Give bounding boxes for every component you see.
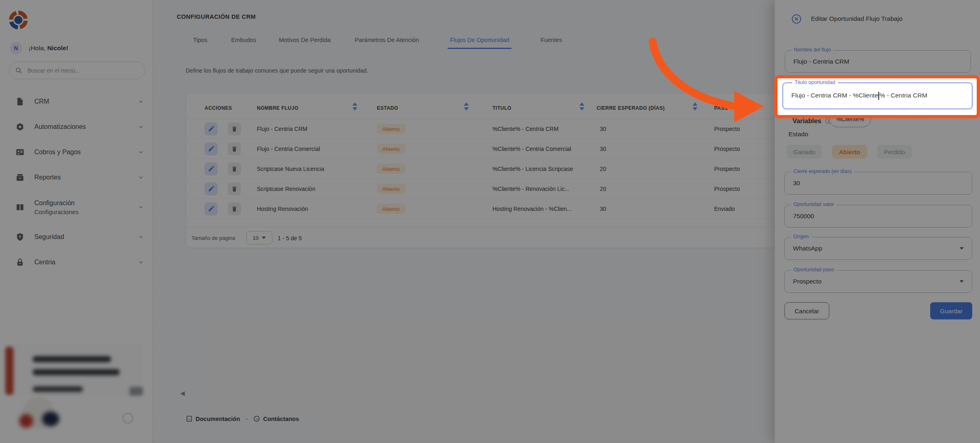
estado-options: Ganado Abierto Perdido [786,145,912,159]
tab-motivos-de-perdida[interactable]: Motivos De Perdida [279,37,331,49]
field-value: Flujo - Centria CRM [793,58,849,65]
table-row: Scriptcase Renovación Abierto %Cliente% … [186,179,782,199]
oportunidad-paso-select[interactable]: Oportunidad paso Prospecto [784,270,972,293]
automation-icon [16,122,24,131]
chevron-down-icon [138,124,144,130]
contact-link[interactable]: Contáctanos [253,415,299,422]
cancel-button[interactable]: Cancelar [784,302,829,319]
sidebar-item-reportes[interactable]: Reportes [0,165,153,190]
sidebar-item-crm[interactable]: CRM [0,89,153,114]
sort-icon[interactable] [464,102,469,111]
sidebar-item-label: Centria [34,259,56,266]
cell-cierre: 20 [600,186,606,192]
delete-row-button[interactable] [228,142,241,155]
field-label: Nombre del flujo [791,47,833,53]
sidebar-item-centria[interactable]: Centria [0,250,153,275]
column-header-nombre-flujo: NOMBRE FLUJO [257,105,298,111]
tab-flujos-de-oportunidad[interactable]: Flujos De Oportunidad [450,37,509,49]
edit-row-button[interactable] [205,142,218,155]
chevron-down-icon [960,247,964,250]
app-logo-dot [14,16,22,24]
sidebar-subitem-configuraciones[interactable]: Configuraciones [34,208,78,215]
field-label: Titulo oportunidad [792,80,838,85]
column-header-estado: ESTADO [377,105,398,111]
cell-nombre-flujo: Scriptcase Renovación [257,186,315,192]
save-button[interactable]: Guardar [930,302,972,319]
sort-icon[interactable] [693,102,697,111]
cierre-esperado-field[interactable]: Cierre esperado (en días) 30 [784,172,972,195]
app-window: N ¡Hola, Nicole! Buscar en el menú... CR… [0,0,980,443]
settings-icon [16,203,24,212]
documentation-link[interactable]: Documentación [186,415,240,422]
table-row: Hosting Renovación Abierto Hosting Renov… [186,199,782,219]
tab-parametros-de-atencion[interactable]: Parámetros De Atención [355,37,419,49]
chevron-down-icon [138,234,144,240]
tab-embudos[interactable]: Embudos [231,37,256,49]
sidebar-item-automatizaciones[interactable]: Automatizaciones [0,114,153,140]
sidebar-item-cobros-y-pagos[interactable]: Cobros y Pagos [0,140,153,165]
sidebar-item-label: Configuración [34,199,78,207]
pencil-icon [208,125,215,132]
documentation-icon [186,415,193,422]
promo-redacted-text [33,369,120,375]
chevron-down-icon [138,204,144,210]
field-label: Oportunidad valor [791,202,836,207]
edit-row-button[interactable] [205,162,218,175]
cell-cierre: 30 [600,146,606,152]
delete-row-button[interactable] [228,162,241,175]
user-greeting: N ¡Hola, Nicole! [10,42,68,54]
trash-icon [231,206,238,212]
chevron-down-icon [262,237,266,239]
sidebar: N ¡Hola, Nicole! Buscar en el menú... CR… [0,0,153,443]
cell-paso: Prospecto [714,186,740,192]
cell-titulo: %Cliente% - Centria CRM [492,126,559,132]
page-size-select[interactable]: 10 [246,231,272,244]
sort-icon[interactable] [579,102,584,111]
sort-icon[interactable] [352,102,357,111]
edit-row-button[interactable] [205,182,218,195]
tab-tipos[interactable]: Tipos [193,37,207,49]
estado-option-abierto[interactable]: Abierto [832,145,867,159]
sidebar-menu: CRM Automatizaciones Cobros y Pagos Repo… [0,89,153,275]
nombre-flujo-field[interactable]: Nombre del flujo Flujo - Centria CRM [785,50,971,73]
cell-nombre-flujo: Flujo - Centria Comercial [257,146,320,152]
estado-option-ganado[interactable]: Ganado [786,145,822,159]
oportunidad-valor-field[interactable]: Oportunidad valor 750000 [784,205,972,228]
table-header: ACCIONES NOMBRE FLUJO ESTADO TITULO CIER… [186,98,782,119]
field-value: Flujo - Centria CRM - %Cliente% - Centri… [791,92,927,100]
trash-icon [231,166,238,172]
titulo-oportunidad-field[interactable]: Titulo oportunidad Flujo - Centria CRM -… [782,82,973,109]
file-icon [16,97,24,106]
chevron-down-icon [138,174,144,181]
sidebar-help-icon[interactable] [122,413,133,423]
divider [186,218,782,219]
menu-search-input[interactable]: Buscar en el menú... [9,62,145,79]
trash-icon [231,146,238,152]
avatar: N [10,42,22,54]
column-header-titulo: TITULO [492,105,511,111]
estado-option-perdido[interactable]: Perdido [877,145,912,159]
promo-redacted-button [129,387,143,396]
edit-row-button[interactable] [205,202,218,215]
trash-icon [231,126,238,132]
field-value: WhatsApp [793,245,822,252]
origen-select[interactable]: Origen WhatsApp [784,237,972,260]
phone-icon [253,415,260,422]
chevron-down-icon [138,259,144,266]
cell-paso: Prospecto [714,146,740,152]
close-icon[interactable] [791,14,802,24]
sidebar-item-label: Cobros y Pagos [34,148,81,156]
collapse-sidebar-icon[interactable]: ◀ [180,390,185,397]
field-label: Cierre esperado (en días) [791,168,854,174]
greeting-name: Nicole! [47,44,69,51]
tab-fuentes[interactable]: Fuentes [541,37,562,49]
pencil-icon [208,205,215,212]
footer-separator: - [246,416,248,422]
delete-row-button[interactable] [228,202,241,215]
delete-row-button[interactable] [228,122,241,135]
delete-row-button[interactable] [228,182,241,195]
sidebar-item-seguridad[interactable]: Seguridad [0,224,153,250]
edit-row-button[interactable] [205,122,218,135]
cell-nombre-flujo: Hosting Renovación [257,206,308,212]
sidebar-item-configuracion[interactable]: Configuración Configuraciones [0,190,153,224]
